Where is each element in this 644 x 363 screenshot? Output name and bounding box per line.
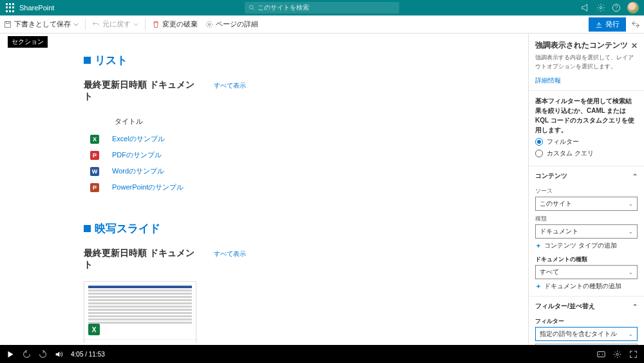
forward-10-icon[interactable] [39, 350, 47, 358]
group-filter-sort[interactable]: フィルター/並べ替え⌃ [529, 296, 644, 313]
suite-title: SharePoint [19, 4, 54, 12]
svg-rect-5 [5, 21, 11, 27]
excel-file-icon: X [88, 324, 100, 335]
chevron-up-icon: ⌃ [632, 303, 638, 310]
list-item[interactable]: XExcelのサンプル [90, 131, 477, 147]
square-bullet-icon [84, 57, 91, 64]
type-dropdown[interactable]: ドキュメント⌄ [535, 224, 638, 239]
powerpoint-file-icon: P [90, 183, 99, 192]
list-item[interactable]: WWordのサンプル [90, 163, 477, 179]
filter-intro: 基本フィルターを使用して検索結果を絞り込むか、CAML または KQL コードの… [535, 96, 638, 135]
type-label: 種類 [535, 215, 638, 223]
view-all-link[interactable]: すべて表示 [214, 81, 246, 90]
chevron-down-icon: ⌄ [629, 331, 633, 337]
megaphone-icon[interactable] [581, 3, 590, 12]
discard-button[interactable]: 変更の破棄 [148, 15, 202, 33]
source-label: ソース [535, 187, 638, 195]
page-canvas: セクション リスト 最終更新日時順 ドキュメント すべて表示 タイトル XExc… [0, 34, 528, 363]
zone-title-slides: 映写スライド [84, 221, 477, 236]
suite-bar: SharePoint このサイトを検索 [0, 0, 644, 15]
detail-info-link[interactable]: 詳細情報 [529, 76, 644, 90]
svg-point-2 [600, 6, 602, 9]
app-launcher-icon[interactable] [5, 3, 14, 12]
trash-icon [152, 21, 160, 28]
plus-icon: ＋ [535, 282, 542, 291]
doc-link[interactable]: Excelのサンプル [112, 134, 165, 144]
command-bar: 下書きとして保存 元に戻す 変更の破棄 ページの詳細 発行 [0, 15, 644, 34]
video-controls: 4:05 / 11:53 [0, 345, 644, 363]
search-icon [249, 5, 255, 11]
radio-unchecked-icon [535, 150, 543, 157]
svg-point-10 [616, 353, 618, 355]
plus-icon: ＋ [535, 241, 542, 250]
svg-point-8 [207, 21, 213, 27]
svg-point-4 [616, 10, 616, 10]
chevron-down-icon [73, 22, 79, 27]
source-dropdown[interactable]: このサイト⌄ [535, 197, 638, 211]
pdf-file-icon: P [90, 151, 99, 160]
rewind-10-icon[interactable] [23, 350, 31, 358]
group-content[interactable]: コンテンツ⌃ [529, 166, 644, 183]
undo-button[interactable]: 元に戻す [88, 15, 142, 33]
divider [85, 19, 86, 30]
svg-rect-6 [6, 21, 10, 23]
zone-title-list: リスト [84, 53, 477, 68]
chevron-down-icon [133, 22, 138, 27]
webpart-title: 最終更新日時順 ドキュメント [84, 79, 200, 103]
document-list: タイトル XExcelのサンプル PPDFのサンプル WWordのサンプル PP… [90, 113, 477, 195]
radio-checked-icon [535, 138, 543, 146]
doctype-dropdown[interactable]: すべて⌄ [535, 265, 638, 279]
fullscreen-icon[interactable] [629, 350, 638, 358]
svg-point-7 [209, 23, 211, 25]
column-header-title: タイトル [90, 113, 477, 131]
add-content-type[interactable]: ＋コンテンツ タイプの追加 [535, 241, 638, 250]
view-all-link[interactable]: すべて表示 [214, 250, 246, 259]
chevron-down-icon: ⌄ [629, 270, 633, 275]
svg-point-0 [249, 5, 253, 9]
close-panel-icon[interactable]: ✕ [631, 41, 638, 50]
card-preview: X [84, 282, 196, 340]
chevron-down-icon: ⌄ [629, 229, 633, 235]
doc-link[interactable]: PowerPointのサンプル [112, 182, 184, 192]
help-icon[interactable] [612, 3, 621, 12]
settings-gear-icon[interactable] [596, 3, 605, 12]
radio-filter[interactable]: フィルター [535, 137, 638, 146]
radio-custom-query[interactable]: カスタム クエリ [535, 149, 638, 158]
doctype-label: ドキュメントの種類 [535, 255, 638, 264]
play-icon[interactable] [6, 350, 15, 358]
divider [145, 19, 146, 30]
doc-link[interactable]: PDFのサンプル [112, 150, 162, 160]
webpart-title: 最終更新日時順 ドキュメント [84, 248, 200, 271]
save-draft-button[interactable]: 下書きとして保存 [0, 15, 82, 33]
chevron-up-icon: ⌃ [632, 173, 638, 180]
publish-button[interactable]: 発行 [589, 17, 626, 32]
property-panel: 強調表示されたコンテンツ ✕ 強調表示する内容を選択して、レイアウトオプションを… [528, 34, 644, 363]
panel-title: 強調表示されたコンテンツ [535, 40, 628, 51]
save-icon [4, 21, 12, 28]
workspace: セクション リスト 最終更新日時順 ドキュメント すべて表示 タイトル XExc… [0, 34, 644, 363]
square-bullet-icon [84, 225, 91, 232]
user-avatar[interactable] [627, 2, 639, 14]
undo-icon [92, 21, 100, 28]
list-item[interactable]: PPowerPointのサンプル [90, 179, 477, 195]
suite-right [581, 2, 639, 14]
publish-icon [595, 21, 603, 28]
settings-icon[interactable] [613, 350, 621, 358]
svg-line-1 [252, 8, 254, 10]
page-details-button[interactable]: ページの詳細 [202, 15, 262, 33]
collapse-panel-icon[interactable] [631, 20, 640, 29]
svg-rect-9 [598, 351, 605, 357]
search-placeholder: このサイトを検索 [258, 3, 309, 12]
chevron-down-icon: ⌄ [629, 201, 633, 207]
volume-icon[interactable] [55, 350, 63, 358]
filter-label: フィルター [535, 317, 638, 326]
add-doctype[interactable]: ＋ドキュメントの種類の追加 [535, 282, 638, 291]
page-settings-icon [205, 21, 213, 28]
filter-dropdown[interactable]: 指定の語句を含むタイトル⌄ [535, 327, 638, 341]
doc-link[interactable]: Wordのサンプル [112, 166, 164, 176]
video-time: 4:05 / 11:53 [71, 351, 105, 358]
panel-subtitle: 強調表示する内容を選択して、レイアウトオプションを選択します。 [529, 54, 644, 76]
search-box[interactable]: このサイトを検索 [245, 2, 399, 14]
list-item[interactable]: PPDFのサンプル [90, 147, 477, 163]
captions-icon[interactable] [597, 350, 605, 358]
